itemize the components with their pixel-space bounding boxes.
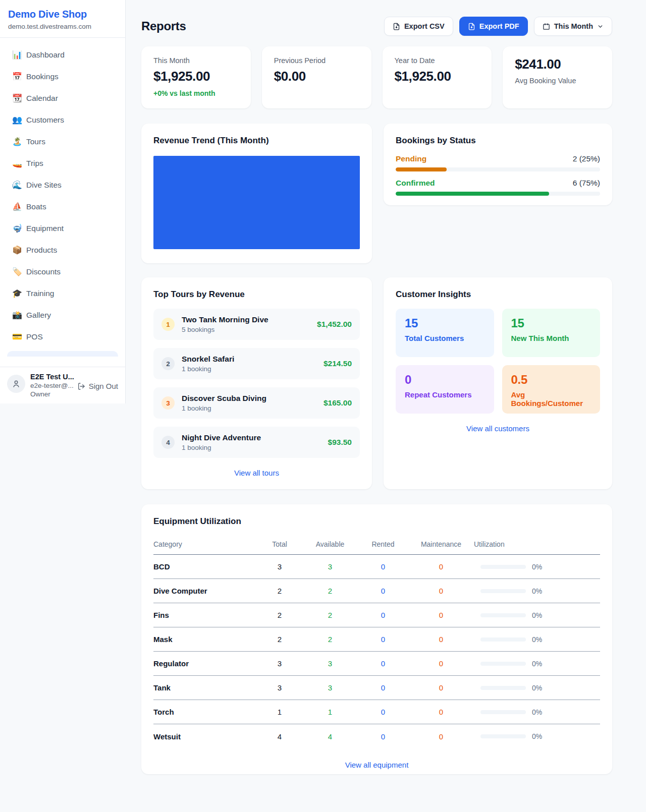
insight-tile-total-customers: 15Total Customers bbox=[396, 309, 494, 357]
sidebar-item-reports-active-partial[interactable] bbox=[7, 351, 118, 357]
utilization-percent: 0% bbox=[532, 611, 542, 619]
file-download-icon bbox=[468, 23, 475, 30]
sidebar-item-label: Gallery bbox=[26, 311, 51, 320]
insight-tile-new-this-month: 15New This Month bbox=[502, 309, 601, 357]
sidebar-item-label: Dashboard bbox=[26, 50, 65, 60]
equipment-maintenance: 0 bbox=[408, 562, 474, 571]
tour-info: Night Dive Adventure1 booking bbox=[182, 433, 261, 451]
chevron-down-icon bbox=[597, 23, 604, 30]
sidebar-item-equipment[interactable]: 🤿Equipment bbox=[7, 217, 118, 239]
sidebar-item-dashboard[interactable]: 📊Dashboard bbox=[7, 44, 118, 66]
equipment-total: 3 bbox=[257, 659, 302, 668]
tour-row[interactable]: 4Night Dive Adventure1 booking$93.50 bbox=[153, 427, 360, 458]
equipment-category: Tank bbox=[153, 683, 257, 692]
brand-block: Demo Dive Shop demo.test.divestreams.com bbox=[0, 0, 125, 38]
sign-out-button[interactable]: Sign Out bbox=[77, 382, 118, 390]
top-tours-card: Top Tours by Revenue 1Two Tank Morning D… bbox=[141, 277, 372, 489]
status-row-pending: Pending2 (25%) bbox=[396, 154, 600, 171]
pos-icon: 💳 bbox=[12, 333, 26, 341]
sidebar-item-dive-sites[interactable]: 🌊Dive Sites bbox=[7, 174, 118, 196]
sidebar-item-gallery[interactable]: 📸Gallery bbox=[7, 304, 118, 326]
calendar-icon: 📆 bbox=[12, 94, 26, 102]
sidebar-item-label: Calendar bbox=[26, 94, 58, 103]
sidebar-item-products[interactable]: 📦Products bbox=[7, 239, 118, 261]
status-rows: Pending2 (25%)Confirmed6 (75%) bbox=[396, 154, 600, 196]
equipment-row-torch: Torch11000% bbox=[153, 700, 600, 724]
sidebar-item-customers[interactable]: 👥Customers bbox=[7, 109, 118, 131]
dive-sites-icon: 🌊 bbox=[12, 181, 26, 189]
brand-domain: demo.test.divestreams.com bbox=[8, 23, 117, 30]
tour-name: Night Dive Adventure bbox=[182, 433, 261, 442]
equipment-total: 3 bbox=[257, 562, 302, 571]
status-row-confirmed: Confirmed6 (75%) bbox=[396, 179, 600, 196]
sidebar-item-label: Trips bbox=[26, 159, 43, 168]
stat-label: This Month bbox=[153, 56, 239, 65]
sidebar-item-pos[interactable]: 💳POS bbox=[7, 326, 118, 347]
stat-card-4: $241.00Avg Booking Value bbox=[503, 46, 612, 108]
tour-bookings: 1 booking bbox=[182, 365, 234, 373]
export-csv-button[interactable]: Export CSV bbox=[384, 17, 453, 36]
sidebar-item-discounts[interactable]: 🏷️Discounts bbox=[7, 261, 118, 282]
header-actions: Export CSV Export PDF This Month bbox=[384, 17, 612, 36]
customer-insights-title: Customer Insights bbox=[396, 289, 600, 300]
stat-value: $0.00 bbox=[274, 69, 359, 84]
tour-info: Two Tank Morning Dive5 bookings bbox=[182, 315, 268, 333]
equipment-row-dive-computer: Dive Computer22000% bbox=[153, 579, 600, 603]
view-all-tours-link[interactable]: View all tours bbox=[153, 469, 360, 477]
stat-card-1: This Month$1,925.00+0% vs last month bbox=[141, 46, 251, 108]
utilization-percent: 0% bbox=[532, 732, 542, 740]
user-name: E2E Test U... bbox=[30, 373, 72, 381]
equipment-rented: 0 bbox=[358, 708, 408, 716]
equipment-utilization: 0% bbox=[474, 732, 600, 740]
user-avatar-icon bbox=[7, 375, 25, 393]
tour-row[interactable]: 1Two Tank Morning Dive5 bookings$1,452.0… bbox=[153, 309, 360, 340]
utilization-percent: 0% bbox=[532, 635, 542, 644]
main-content: Reports Export CSV Export PDF This Month bbox=[141, 0, 612, 774]
utilization-bar-track bbox=[480, 613, 526, 617]
utilization-bar-track bbox=[480, 565, 526, 569]
sidebar-item-training[interactable]: 🎓Training bbox=[7, 282, 118, 304]
sidebar-item-calendar[interactable]: 📆Calendar bbox=[7, 87, 118, 109]
sidebar-item-trips[interactable]: 🚤Trips bbox=[7, 152, 118, 174]
brand-title: Demo Dive Shop bbox=[8, 9, 117, 20]
equipment-rented: 0 bbox=[358, 635, 408, 644]
utilization-percent: 0% bbox=[532, 708, 542, 716]
status-row-top: Pending2 (25%) bbox=[396, 154, 600, 163]
status-bar-fill bbox=[396, 192, 549, 196]
sidebar-item-boats[interactable]: ⛵Boats bbox=[7, 196, 118, 217]
tour-bookings: 1 booking bbox=[182, 404, 266, 412]
status-count: 2 (25%) bbox=[573, 154, 600, 163]
insight-value: 15 bbox=[405, 316, 485, 330]
equipment-row-wetsuit: Wetsuit44000% bbox=[153, 724, 600, 748]
tour-rank-badge: 4 bbox=[162, 436, 175, 449]
sidebar-item-tours[interactable]: 🏝️Tours bbox=[7, 131, 118, 152]
equipment-available: 4 bbox=[302, 732, 358, 741]
tour-row[interactable]: 2Snorkel Safari1 booking$214.50 bbox=[153, 348, 360, 379]
user-email: e2e-tester@... bbox=[30, 382, 72, 389]
equipment-table-body: BCD33000%Dive Computer22000%Fins22000%Ma… bbox=[153, 555, 600, 748]
export-pdf-button[interactable]: Export PDF bbox=[459, 17, 528, 36]
sidebar-item-bookings[interactable]: 📅Bookings bbox=[7, 66, 118, 87]
tour-row[interactable]: 3Discover Scuba Diving1 booking$165.00 bbox=[153, 387, 360, 419]
stat-cards: This Month$1,925.00+0% vs last monthPrev… bbox=[141, 46, 612, 108]
insight-label: Avg Bookings/Customer bbox=[511, 390, 591, 408]
insight-label: New This Month bbox=[511, 334, 591, 342]
sidebar: Demo Dive Shop demo.test.divestreams.com… bbox=[0, 0, 126, 403]
equipment-rented: 0 bbox=[358, 611, 408, 619]
user-meta: E2E Test U... e2e-tester@... Owner bbox=[30, 373, 72, 398]
equipment-col-rented: Rented bbox=[358, 540, 408, 548]
equipment-rented: 0 bbox=[358, 683, 408, 692]
user-role: Owner bbox=[30, 390, 72, 398]
view-all-customers-link[interactable]: View all customers bbox=[396, 424, 600, 433]
tour-amount: $165.00 bbox=[324, 398, 352, 408]
insight-value: 0 bbox=[405, 373, 485, 387]
view-all-equipment-link[interactable]: View all equipment bbox=[153, 761, 600, 769]
bookings-by-status-title: Bookings by Status bbox=[396, 136, 600, 146]
status-row-top: Confirmed6 (75%) bbox=[396, 179, 600, 188]
equipment-maintenance: 0 bbox=[408, 587, 474, 595]
period-dropdown[interactable]: This Month bbox=[534, 17, 612, 36]
equipment-rented: 0 bbox=[358, 587, 408, 595]
lists-row: Top Tours by Revenue 1Two Tank Morning D… bbox=[141, 277, 612, 489]
sidebar-item-label: Training bbox=[26, 289, 54, 298]
equipment-utilization: 0% bbox=[474, 660, 600, 668]
